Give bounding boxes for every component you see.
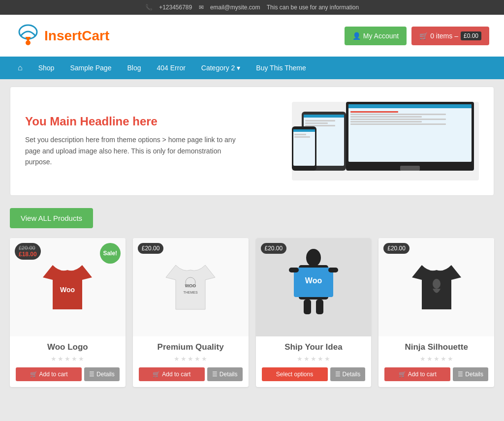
hero-image xyxy=(292,102,479,180)
product-actions-woo-logo: 🛒 Add to cart ☰ Details xyxy=(16,367,120,381)
details-ninja-silhouette[interactable]: ☰ Details xyxy=(453,367,488,381)
product-actions-ship-your-idea: Select options ☰ Details xyxy=(262,367,366,381)
logo-icon xyxy=(15,22,42,49)
chevron-down-icon: ▾ xyxy=(237,64,240,72)
nav-buy-theme[interactable]: Buy This Theme xyxy=(248,57,314,79)
svg-rect-12 xyxy=(304,300,311,314)
my-account-button[interactable]: 👤 My Account xyxy=(345,27,407,45)
logo-cart: Cart xyxy=(82,28,109,43)
header: InsertCart 👤 My Account 🛒 0 items – £0.0… xyxy=(0,15,504,57)
product-image-ship-your-idea: Woo £20.00 xyxy=(256,238,372,336)
products-section: View ALL Products Woo £20.00 £18.00 Sale… xyxy=(0,203,504,402)
monitor-screen xyxy=(348,104,472,162)
nav-home[interactable]: ⌂ xyxy=(10,57,31,79)
svg-point-6 xyxy=(306,249,321,267)
hero-headline: You Main Headline here xyxy=(25,115,237,128)
product-name-premium-quality: Premium Quality xyxy=(139,342,243,352)
logo[interactable]: InsertCart xyxy=(15,22,109,49)
price-regular-ship-your-idea: £20.00 xyxy=(265,245,283,252)
product-stars-ninja-silhouette: ★★★★★ xyxy=(384,355,488,362)
details-icon: ☰ xyxy=(458,371,463,378)
tshirt-image-ship-your-idea: Woo xyxy=(284,243,343,331)
product-image-premium-quality: WOO THEMES £20.00 xyxy=(133,238,249,336)
price-regular-ninja-silhouette: £20.00 xyxy=(387,245,406,252)
nav-shop[interactable]: Shop xyxy=(31,57,63,79)
product-image-woo-logo: Woo £20.00 £18.00 Sale! xyxy=(10,238,126,336)
price-regular-premium-quality: £20.00 xyxy=(142,245,160,252)
svg-rect-10 xyxy=(289,268,299,272)
product-info-ninja-silhouette: Ninja Silhouette ★★★★★ 🛒 Add to cart ☰ D… xyxy=(378,336,494,387)
cart-icon-small: 🛒 xyxy=(399,371,406,378)
details-icon: ☰ xyxy=(89,371,94,378)
cart-button[interactable]: 🛒 0 items – £0.00 xyxy=(411,27,489,45)
product-stars-premium-quality: ★★★★★ xyxy=(139,355,243,362)
monitor-device xyxy=(346,102,474,171)
email-icon: ✉ xyxy=(199,4,204,11)
svg-text:Woo: Woo xyxy=(60,286,75,294)
product-info-premium-quality: Premium Quality ★★★★★ 🛒 Add to cart ☰ De… xyxy=(133,336,249,387)
product-grid: Woo £20.00 £18.00 Sale! Woo Logo ★★★★★ 🛒… xyxy=(10,238,494,387)
topbar-phone: +123456789 xyxy=(159,4,192,11)
devices-mockup xyxy=(292,102,479,180)
tshirt-image-ninja-silhouette xyxy=(407,255,466,319)
details-ship-your-idea[interactable]: ☰ Details xyxy=(330,367,366,381)
price-badge-premium-quality: £20.00 xyxy=(138,243,164,254)
product-card-premium-quality: WOO THEMES £20.00 Premium Quality ★★★★★ … xyxy=(133,238,249,387)
phone-icon: 📞 xyxy=(145,4,153,11)
svg-text:Woo: Woo xyxy=(305,276,322,285)
product-card-ship-your-idea: Woo £20.00 Ship Your Idea ★★★★★ xyxy=(256,238,372,387)
phone-screen xyxy=(293,129,315,166)
topbar: 📞 +123456789 ✉ email@mysite.com This can… xyxy=(0,0,504,15)
tshirt-image-woo-logo: Woo xyxy=(38,255,97,319)
topbar-info: This can be use for any information xyxy=(267,4,359,11)
product-actions-ninja-silhouette: 🛒 Add to cart ☰ Details xyxy=(384,367,488,381)
details-icon: ☰ xyxy=(335,371,341,378)
add-to-cart-premium-quality[interactable]: 🛒 Add to cart xyxy=(139,367,205,381)
svg-text:THEMES: THEMES xyxy=(184,291,198,294)
tshirt-image-premium-quality: WOO THEMES xyxy=(161,255,220,319)
product-stars-woo-logo: ★★★★★ xyxy=(16,355,120,362)
product-actions-premium-quality: 🛒 Add to cart ☰ Details xyxy=(139,367,243,381)
product-card-woo-logo: Woo £20.00 £18.00 Sale! Woo Logo ★★★★★ 🛒… xyxy=(10,238,126,387)
cart-icon-small: 🛒 xyxy=(30,371,37,378)
hero-section: You Main Headline here Set you descripti… xyxy=(10,87,494,196)
nav-404[interactable]: 404 Error xyxy=(149,57,193,79)
svg-point-1 xyxy=(26,40,31,45)
logo-text: InsertCart xyxy=(44,28,109,44)
svg-rect-13 xyxy=(316,300,323,314)
cart-icon: 🛒 xyxy=(419,32,428,40)
product-stars-ship-your-idea: ★★★★★ xyxy=(262,355,366,362)
product-info-woo-logo: Woo Logo ★★★★★ 🛒 Add to cart ☰ Details xyxy=(10,336,126,387)
hero-text: You Main Headline here Set you descripti… xyxy=(25,115,237,167)
svg-point-14 xyxy=(433,279,441,289)
product-name-woo-logo: Woo Logo xyxy=(16,342,120,352)
details-premium-quality[interactable]: ☰ Details xyxy=(207,367,243,381)
cart-label: 0 items – xyxy=(430,32,458,40)
price-badge-ninja-silhouette: £20.00 xyxy=(383,243,410,254)
nav-blog[interactable]: Blog xyxy=(119,57,149,79)
add-to-cart-woo-logo[interactable]: 🛒 Add to cart xyxy=(16,367,82,381)
topbar-email: email@mysite.com xyxy=(210,4,260,11)
cart-icon-small: 🛒 xyxy=(153,371,160,378)
add-to-cart-ninja-silhouette[interactable]: 🛒 Add to cart xyxy=(384,367,450,381)
price-badge-woo-logo: £20.00 £18.00 xyxy=(15,243,41,260)
product-image-ninja-silhouette: £20.00 xyxy=(378,238,494,336)
user-icon: 👤 xyxy=(352,32,361,40)
navbar: ⌂ Shop Sample Page Blog 404 Error Catego… xyxy=(0,57,504,79)
select-options-ship-your-idea[interactable]: Select options xyxy=(262,367,328,381)
details-woo-logo[interactable]: ☰ Details xyxy=(84,367,120,381)
product-card-ninja-silhouette: £20.00 Ninja Silhouette ★★★★★ 🛒 Add to c… xyxy=(378,238,494,387)
product-name-ship-your-idea: Ship Your Idea xyxy=(262,342,366,352)
view-all-button[interactable]: View ALL Products xyxy=(10,208,93,228)
header-buttons: 👤 My Account 🛒 0 items – £0.00 xyxy=(345,27,489,45)
logo-insert: Insert xyxy=(44,28,82,43)
product-name-ninja-silhouette: Ninja Silhouette xyxy=(384,342,488,352)
account-label: My Account xyxy=(363,32,399,40)
phone-device xyxy=(292,126,316,171)
price-new-woo-logo: £18.00 xyxy=(19,251,37,258)
price-badge-ship-your-idea: £20.00 xyxy=(261,243,287,254)
hero-description: Set you description here from theme opti… xyxy=(25,134,237,167)
nav-sample-page[interactable]: Sample Page xyxy=(62,57,119,79)
product-info-ship-your-idea: Ship Your Idea ★★★★★ Select options ☰ De… xyxy=(256,336,372,387)
nav-category2[interactable]: Category 2 ▾ xyxy=(193,57,248,79)
